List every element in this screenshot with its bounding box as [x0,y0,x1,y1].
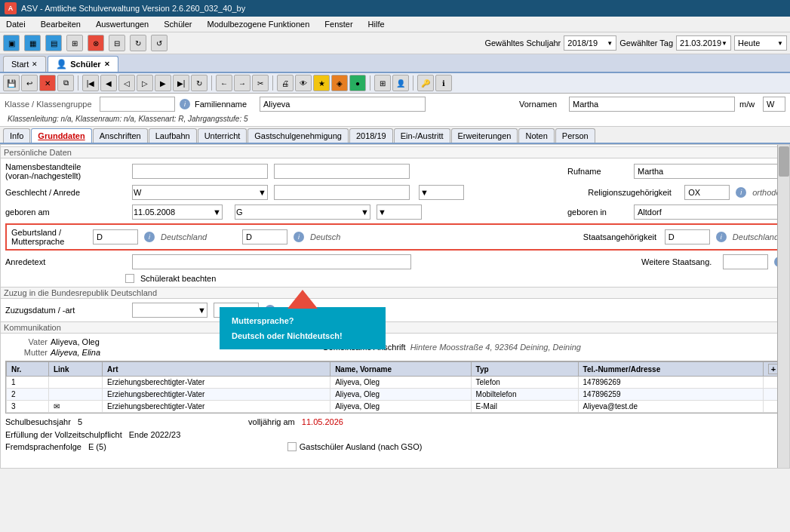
geborein-input[interactable] [634,204,785,220]
t2-next2[interactable]: ▷ [137,75,153,91]
tab-person[interactable]: Person [555,128,595,143]
rufname-input[interactable] [634,164,785,179]
t2-info[interactable]: ℹ [435,75,452,91]
tab-noten[interactable]: Noten [518,128,554,143]
menu-modulbezogene[interactable]: Modulbezogene Funktionen [204,18,313,30]
familienname-input[interactable] [260,97,426,112]
vater-label: Vater [10,337,48,346]
t2-save[interactable]: 💾 [3,75,20,91]
t2-green1[interactable]: ● [349,75,366,91]
familienname-label: Familienname [195,100,255,109]
staatsang-info[interactable]: i [716,232,727,242]
t2-next[interactable]: ▶ [155,75,171,91]
geschlecht-select[interactable]: W ▼ [132,185,268,200]
t2-fwd[interactable]: → [234,75,251,91]
td-name-2: Aliyeva, Oleg [330,389,471,401]
muttersprache-info[interactable]: i [294,232,304,242]
t2-prev2[interactable]: ◁ [118,75,135,91]
table-row[interactable]: 2 Erziehungsberechtigter-Vater Aliyeva, … [7,389,784,401]
tab-grunddaten[interactable]: Grunddaten [31,128,91,143]
tab-einaustritt[interactable]: Ein-/Austritt [394,128,450,143]
religion-code[interactable] [684,185,730,200]
tab-2018[interactable]: 2018/19 [349,128,393,143]
staatsang-code[interactable] [665,229,710,244]
menu-fenster[interactable]: Fenster [321,18,355,30]
tab-info[interactable]: Info [3,128,30,143]
scrollbar-thumb[interactable] [779,146,789,177]
vornamen-label: Vornamen [519,100,564,109]
toolbar-icon-4[interactable]: ⊞ [66,35,83,51]
tab-unterricht[interactable]: Unterricht [198,128,247,143]
geburtsland-info[interactable]: i [144,232,155,242]
scrollbar[interactable] [777,145,789,468]
t2-undo[interactable]: ↩ [21,75,38,91]
mw-label: m/w [739,100,758,109]
tab-gastschul[interactable]: Gastschulgenehmigung [247,128,349,143]
namensbestandteile-input1[interactable] [132,164,268,179]
gastschueler-checkbox[interactable] [287,442,297,451]
t2-star[interactable]: ★ [313,75,330,91]
religion-info[interactable]: i [736,187,746,198]
g-select[interactable]: G ▼ [235,204,370,220]
tab-anschriften[interactable]: Anschriften [93,128,148,143]
tab-schueler[interactable]: 👤 Schüler ✕ [48,56,118,72]
menu-bearbeiten[interactable]: Bearbeiten [38,18,84,30]
geborenam-select[interactable]: 11.05.2008 ▼ [132,204,223,220]
table-row[interactable]: 1 Erziehungsberechtigter-Vater Aliyeva, … [7,377,784,389]
heute-dropdown[interactable]: Heute ▼ [734,35,787,51]
geburtsland-code[interactable] [93,229,138,244]
menu-datei[interactable]: Datei [3,18,29,30]
toolbar-icon-7[interactable]: ↻ [130,35,146,51]
t2-print[interactable]: 🖨 [277,75,294,91]
tab-laufbahn[interactable]: Laufbahn [149,128,197,143]
t2-back[interactable]: ← [216,75,232,91]
t2-first[interactable]: |◀ [82,75,99,91]
geschlecht-input2[interactable] [274,185,410,200]
contact-table-container: Nr. Link Art Name, Vorname Typ Tel.-Numm… [5,361,785,414]
class-info-icon[interactable]: i [180,99,190,109]
toolbar-icon-1[interactable]: ▣ [3,35,20,51]
toolbar-icon-3[interactable]: ▤ [45,35,62,51]
tab-start[interactable]: Start ✕ [3,56,46,72]
fremdsprachen-value: E (5) [88,442,106,451]
tab-start-close[interactable]: ✕ [32,60,38,68]
weitere-input[interactable] [723,254,768,269]
tab-erweiterungen[interactable]: Erweiterungen [451,128,518,143]
t2-key[interactable]: 🔑 [417,75,434,91]
t2-group[interactable]: ⊞ [374,75,391,91]
namensbestandteile-input2[interactable] [274,164,410,179]
td-nr-1: 1 [7,377,49,389]
tag-dropdown[interactable]: 21.03.2019 ▼ [676,35,731,51]
toolbar-icon-5[interactable]: ⊗ [88,35,104,51]
table-body: 1 Erziehungsberechtigter-Vater Aliyeva, … [7,377,784,413]
t2-prev[interactable]: ◀ [100,75,117,91]
geschlecht-dropdown2[interactable]: ▼ [419,185,464,200]
zuzug-date[interactable]: ▼ [132,303,207,318]
toolbar-icon-2[interactable]: ▦ [24,35,41,51]
menu-schueler[interactable]: Schüler [161,18,195,30]
schuljahr-label: Gewähltes Schuljahr [484,38,561,48]
class-input[interactable] [100,97,175,112]
t2-refresh[interactable]: ↻ [191,75,207,91]
table-row[interactable]: 3 ✉ Erziehungsberechtigter-Vater Aliyeva… [7,401,784,413]
anredetext-input[interactable] [132,254,411,269]
t2-copy[interactable]: ⧉ [57,75,74,91]
g-dropdown[interactable]: ▼ [377,204,422,220]
t2-eye[interactable]: 👁 [295,75,312,91]
schuelerakt-checkbox[interactable] [125,274,134,283]
t2-last[interactable]: ▶| [173,75,189,91]
muttersprache-code[interactable] [242,229,287,244]
menu-auswertungen[interactable]: Auswertungen [93,18,152,30]
schuljahr-dropdown[interactable]: 2018/19 ▼ [564,35,616,51]
mw-input[interactable] [763,97,785,112]
t2-orange1[interactable]: ◈ [331,75,348,91]
vornamen-input[interactable] [569,97,735,112]
toolbar-icon-8[interactable]: ↺ [151,35,168,51]
menu-hilfe[interactable]: Hilfe [365,18,388,30]
t2-cut[interactable]: ✂ [252,75,269,91]
t2-delete[interactable]: ✕ [39,75,56,91]
t2-person[interactable]: 👤 [392,75,409,91]
tab-schueler-close[interactable]: ✕ [104,60,110,68]
toolbar-icon-6[interactable]: ⊟ [109,35,125,51]
geborenam-label: geboren am [5,208,126,217]
